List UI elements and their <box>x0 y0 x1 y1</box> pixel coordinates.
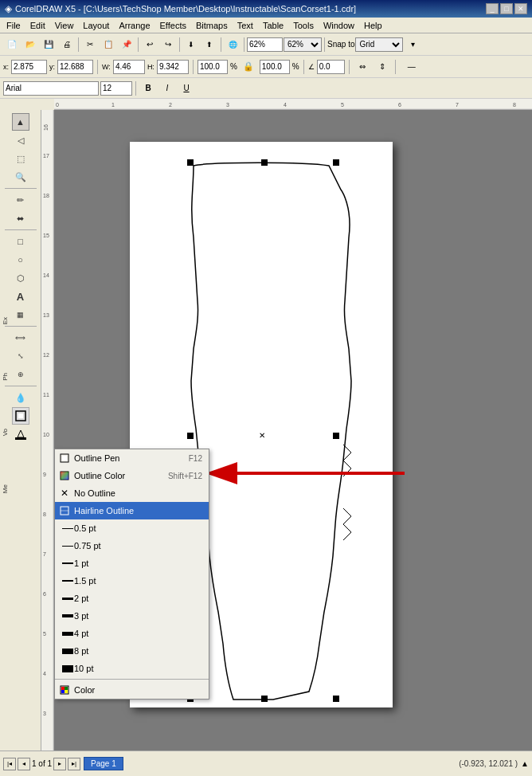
pt075-item[interactable]: 0.75 pt <box>55 537 209 555</box>
statusbar: |◂ ◂ 1 of 1 ▸ ▸| Page 1 (-0.923, 12.021 … <box>0 751 532 776</box>
first-page-button[interactable]: |◂ <box>3 758 16 770</box>
pt3-item[interactable]: 3 pt <box>55 607 209 625</box>
polygon-tool[interactable]: ⬡ <box>12 269 29 287</box>
new-button[interactable]: 📄 <box>3 36 21 53</box>
h-input[interactable] <box>157 60 189 74</box>
svg-text:5: 5 <box>341 102 344 108</box>
outline-pen-item[interactable]: Outline Pen F12 <box>55 449 209 467</box>
menu-window[interactable]: Window <box>319 19 359 32</box>
outline-tool[interactable] <box>12 407 29 425</box>
pointer-tool[interactable]: ▲ <box>12 113 29 131</box>
bbox-center: ✕ <box>259 431 265 440</box>
font-name-input[interactable]: Arial <box>3 81 99 96</box>
print-button[interactable]: 🖨 <box>58 36 76 53</box>
pt8-item[interactable]: 8 pt <box>55 642 209 660</box>
dimension-tool[interactable]: ⟺ <box>12 329 29 347</box>
eyedropper-tool[interactable]: 💧 <box>12 389 29 406</box>
bold-button[interactable]: B <box>139 80 157 97</box>
crop-tool[interactable]: ⬚ <box>12 150 29 167</box>
svg-text:2: 2 <box>169 102 172 108</box>
context-menu: Outline Pen F12 Outline Color Shift+F12 … <box>54 449 209 700</box>
shape-tool[interactable]: ◁ <box>12 131 29 149</box>
pt2-label: 2 pt <box>74 594 88 603</box>
snap-options-button[interactable]: ▾ <box>404 36 421 53</box>
h-percent-sign: % <box>292 62 299 71</box>
menu-edit[interactable]: Edit <box>25 19 50 32</box>
menu-file[interactable]: File <box>2 19 25 32</box>
zoom-input[interactable] <box>247 37 283 52</box>
zoom-tool[interactable]: 🔍 <box>12 168 29 186</box>
hairline-outline-item[interactable]: Hairline Outline <box>55 502 209 519</box>
x-coord-input[interactable] <box>11 60 47 74</box>
menu-table[interactable]: Table <box>258 19 288 32</box>
pt1-item[interactable]: 1 pt <box>55 555 209 572</box>
connector-tool[interactable]: ⤡ <box>12 347 29 365</box>
w-input[interactable] <box>113 60 145 74</box>
mirror-h-button[interactable]: ⇔ <box>354 58 371 76</box>
text-tool[interactable]: A <box>12 288 29 305</box>
minimize-button[interactable]: _ <box>486 3 499 14</box>
angle-input[interactable] <box>317 60 345 74</box>
w-percent-input[interactable] <box>198 60 228 74</box>
rectangle-tool[interactable]: □ <box>12 233 29 250</box>
no-outline-item[interactable]: ✕ No Outline <box>55 484 209 502</box>
fill-tool[interactable] <box>12 425 29 443</box>
import-button[interactable]: ⬇ <box>182 36 200 53</box>
undo-button[interactable]: ↩ <box>141 36 158 53</box>
svg-text:3: 3 <box>226 102 229 108</box>
sep-pct <box>303 60 304 74</box>
italic-button[interactable]: I <box>158 80 176 97</box>
menu-tools[interactable]: Tools <box>288 19 319 32</box>
prev-page-button[interactable]: ◂ <box>18 758 30 770</box>
svg-text:18: 18 <box>43 193 49 198</box>
menu-help[interactable]: Help <box>359 19 387 32</box>
menu-view[interactable]: View <box>50 19 79 32</box>
smart-draw-tool[interactable]: ⬌ <box>12 210 29 227</box>
outline-width-button[interactable]: — <box>400 58 424 76</box>
tool-sep2 <box>5 229 37 230</box>
mirror-v-button[interactable]: ⇕ <box>374 58 391 76</box>
paste-button[interactable]: 📌 <box>118 36 135 53</box>
menu-text[interactable]: Text <box>233 19 258 32</box>
maximize-button[interactable]: □ <box>500 3 513 14</box>
redo-button[interactable]: ↪ <box>159 36 177 53</box>
freehand-tool[interactable]: ✏ <box>12 191 29 209</box>
pt10-item[interactable]: 10 pt <box>55 660 209 677</box>
menu-effects[interactable]: Effects <box>155 19 191 32</box>
cut-button[interactable]: ✂ <box>81 36 99 53</box>
lock-ratio-button[interactable]: 🔒 <box>240 58 257 76</box>
last-page-button[interactable]: ▸| <box>68 758 80 770</box>
svg-rect-31 <box>62 456 67 461</box>
color-label: Color <box>74 685 95 695</box>
font-size-input[interactable]: 12 <box>100 81 132 96</box>
menu-arrange[interactable]: Arrange <box>114 19 155 32</box>
publish-button[interactable]: 🌐 <box>224 36 241 53</box>
export-button[interactable]: ⬆ <box>201 36 218 53</box>
y-coord-input[interactable] <box>57 60 93 74</box>
sep1 <box>78 37 79 52</box>
h-percent-input[interactable] <box>260 60 290 74</box>
save-button[interactable]: 💾 <box>40 36 57 53</box>
menu-layout[interactable]: Layout <box>78 19 114 32</box>
table-tool[interactable]: ▦ <box>12 306 29 323</box>
next-page-button[interactable]: ▸ <box>53 758 66 770</box>
svg-rect-29 <box>15 437 26 440</box>
menu-bitmaps[interactable]: Bitmaps <box>191 19 233 32</box>
color-item[interactable]: Color <box>55 681 209 699</box>
pt2-icon <box>59 593 70 604</box>
snap-dropdown[interactable]: Grid <box>355 37 403 52</box>
close-button[interactable]: ✕ <box>514 3 527 14</box>
pt2-item[interactable]: 2 pt <box>55 590 209 607</box>
outline-color-item[interactable]: Outline Color Shift+F12 <box>55 467 209 484</box>
blend-tool[interactable]: ⊕ <box>12 366 29 383</box>
open-button[interactable]: 📂 <box>22 36 39 53</box>
pt05-item[interactable]: 0.5 pt <box>55 519 209 537</box>
underline-button[interactable]: U <box>178 80 195 97</box>
copy-button[interactable]: 📋 <box>100 36 117 53</box>
ellipse-tool[interactable]: ○ <box>12 251 29 268</box>
pt15-item[interactable]: 1.5 pt <box>55 572 209 590</box>
zoom-dropdown[interactable]: 62%50%100% <box>284 37 322 52</box>
pt4-item[interactable]: 4 pt <box>55 625 209 642</box>
page-tab[interactable]: Page 1 <box>84 757 123 770</box>
sep-coord <box>97 60 98 74</box>
